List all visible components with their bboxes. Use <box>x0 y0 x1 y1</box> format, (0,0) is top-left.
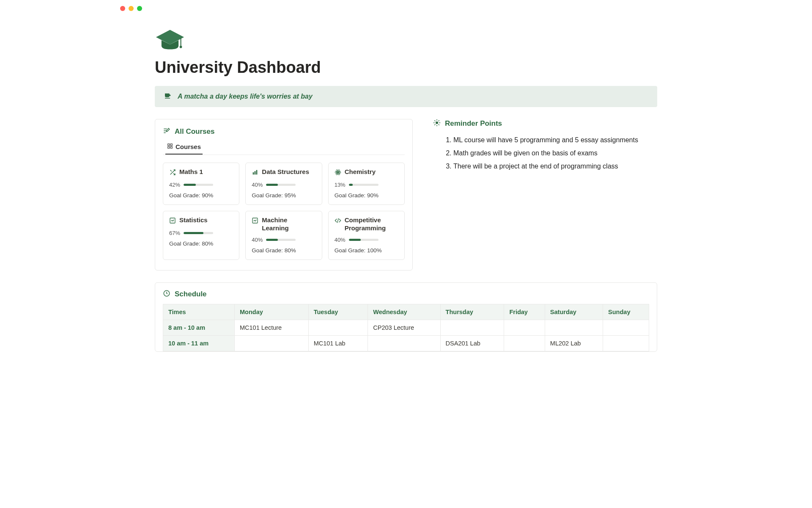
svg-line-20 <box>435 121 435 121</box>
schedule-time-cell: 8 am - 10 am <box>163 320 235 335</box>
schedule-column-header: Sunday <box>603 304 649 320</box>
schedule-cell[interactable] <box>235 335 309 351</box>
course-card[interactable]: Chemistry13%Goal Grade: 90% <box>328 163 405 205</box>
course-progress-pct: 42% <box>169 182 180 188</box>
gallery-icon <box>167 143 173 150</box>
schedule-cell[interactable] <box>603 335 649 351</box>
svg-line-23 <box>439 121 439 121</box>
course-progress-pct: 40% <box>335 237 346 243</box>
course-progress-bar <box>266 239 296 241</box>
schedule-cell[interactable] <box>545 320 603 335</box>
bars-icon <box>252 168 258 177</box>
course-progress-bar <box>184 232 213 234</box>
shuffle-icon <box>169 168 176 177</box>
svg-point-9 <box>337 172 338 173</box>
svg-line-21 <box>439 124 439 125</box>
svg-rect-7 <box>255 171 256 174</box>
course-name: Data Structures <box>262 168 309 176</box>
chart-icon <box>169 216 176 226</box>
minimize-window-button[interactable] <box>129 6 134 11</box>
schedule-cell[interactable]: MC101 Lab <box>308 335 368 351</box>
schedule-column-header: Saturday <box>545 304 603 320</box>
schedule-time-cell: 10 am - 11 am <box>163 335 235 351</box>
zoom-window-button[interactable] <box>137 6 142 11</box>
course-progress-bar <box>184 184 213 186</box>
page-title: University Dashboard <box>155 58 657 77</box>
course-name: Machine Learning <box>262 216 315 232</box>
course-goal-grade: Goal Grade: 80% <box>169 240 233 247</box>
svg-rect-8 <box>256 170 258 175</box>
course-card[interactable]: Statistics67%Goal Grade: 80% <box>163 211 239 260</box>
close-window-button[interactable] <box>120 6 125 11</box>
schedule-cell[interactable]: DSA201 Lab <box>440 335 504 351</box>
course-card[interactable]: Competitive Programming40%Goal Grade: 10… <box>328 211 405 260</box>
course-progress-bar <box>266 184 296 186</box>
svg-rect-2 <box>168 144 170 146</box>
course-progress-pct: 40% <box>252 237 263 243</box>
svg-point-15 <box>436 121 438 124</box>
reminders-title: Reminder Points <box>445 119 502 128</box>
reminder-item: There will be a project at the end of pr… <box>453 160 657 173</box>
code-icon <box>335 216 341 226</box>
schedule-column-header: Wednesday <box>368 304 440 320</box>
coffee-icon <box>163 92 172 101</box>
tab-courses[interactable]: Courses <box>165 141 203 155</box>
schedule-cell[interactable]: MC101 Lecture <box>235 320 309 335</box>
all-courses-title: All Courses <box>175 127 214 136</box>
schedule-column-header: Tuesday <box>308 304 368 320</box>
schedule-column-header: Monday <box>235 304 309 320</box>
schedule-panel: Schedule TimesMondayTuesdayWednesdayThur… <box>155 282 657 352</box>
course-card[interactable]: Machine Learning40%Goal Grade: 80% <box>245 211 322 260</box>
schedule-cell[interactable] <box>308 320 368 335</box>
svg-point-1 <box>180 46 182 48</box>
schedule-column-header: Times <box>163 304 235 320</box>
course-progress-bar <box>349 184 379 186</box>
quote-banner: A matcha a day keeps life's worries at b… <box>155 86 657 107</box>
schedule-cell[interactable] <box>504 320 545 335</box>
svg-rect-6 <box>253 172 254 174</box>
schedule-cell[interactable] <box>603 320 649 335</box>
course-progress-pct: 13% <box>335 182 346 188</box>
schedule-table: TimesMondayTuesdayWednesdayThursdayFrida… <box>163 304 649 351</box>
svg-rect-3 <box>170 144 172 146</box>
course-goal-grade: Goal Grade: 80% <box>252 247 315 254</box>
all-courses-panel: All Courses Courses Maths 142%Goal Grade… <box>155 119 413 271</box>
schedule-cell[interactable] <box>440 320 504 335</box>
schedule-cell[interactable]: ML202 Lab <box>545 335 603 351</box>
graduation-cap-icon <box>155 28 657 52</box>
course-card[interactable]: Maths 142%Goal Grade: 90% <box>163 163 239 205</box>
course-progress-pct: 40% <box>252 182 263 188</box>
course-name: Chemistry <box>345 168 376 176</box>
svg-rect-4 <box>168 146 170 148</box>
schedule-cell[interactable] <box>368 335 440 351</box>
quote-text: A matcha a day keeps life's worries at b… <box>178 93 313 100</box>
chart-icon <box>252 216 258 226</box>
svg-line-22 <box>435 124 435 125</box>
schedule-cell[interactable]: CP203 Lecture <box>368 320 440 335</box>
course-card[interactable]: Data Structures40%Goal Grade: 95% <box>245 163 322 205</box>
course-name: Statistics <box>179 216 208 224</box>
course-goal-grade: Goal Grade: 95% <box>252 192 315 199</box>
tab-courses-label: Courses <box>176 143 201 150</box>
course-name: Competitive Programming <box>345 216 398 232</box>
clock-icon <box>163 290 170 299</box>
course-goal-grade: Goal Grade: 100% <box>335 247 398 254</box>
schedule-title: Schedule <box>175 290 207 298</box>
window-traffic-lights <box>114 0 698 11</box>
pencil-list-icon <box>163 127 170 136</box>
reminder-item: ML course will have 5 programming and 5 … <box>453 133 657 146</box>
reminder-item: Math grades will be given on the basis o… <box>453 146 657 160</box>
svg-rect-0 <box>180 38 181 46</box>
course-name: Maths 1 <box>179 168 203 176</box>
atom-icon <box>335 168 341 177</box>
schedule-column-header: Thursday <box>440 304 504 320</box>
course-goal-grade: Goal Grade: 90% <box>335 192 398 199</box>
course-goal-grade: Goal Grade: 90% <box>169 192 233 199</box>
course-progress-pct: 67% <box>169 230 180 236</box>
schedule-cell[interactable] <box>504 335 545 351</box>
svg-rect-5 <box>170 146 172 148</box>
course-progress-bar <box>349 239 379 241</box>
sun-icon <box>433 119 441 128</box>
schedule-column-header: Friday <box>504 304 545 320</box>
